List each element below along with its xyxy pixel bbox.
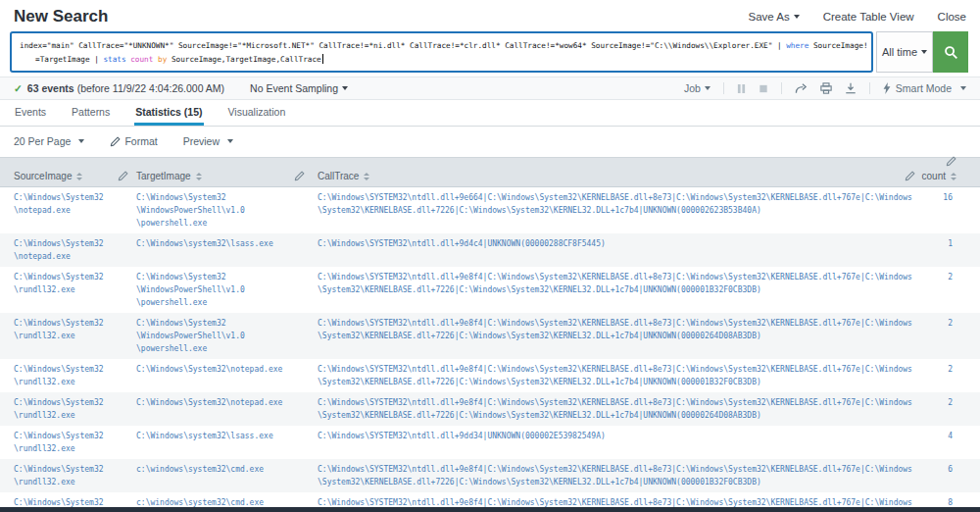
- cell-count[interactable]: 16: [915, 191, 956, 204]
- cell-call-trace[interactable]: C:\Windows\SYSTEM32\ntdll.dll+9d4c4|UNKN…: [318, 237, 915, 250]
- cell-target-image[interactable]: C:\Windows\system32\lsass.exe: [136, 237, 288, 250]
- results-toolbar: 20 Per Page Format Preview: [0, 127, 980, 157]
- search-button[interactable]: [933, 31, 968, 73]
- table-row: C:\Windows\System32\rundll32.exe C:\Wind…: [0, 426, 980, 459]
- share-icon: [795, 82, 808, 94]
- cell-target-image[interactable]: C:\Windows\System32\WindowsPowerShell\v1…: [136, 191, 288, 230]
- cell-source-image[interactable]: C:\Windows\System32\rundll32.exe: [14, 396, 112, 422]
- table-row: C:\Windows\System32\notepad.exe C:\Windo…: [0, 187, 980, 233]
- pause-button[interactable]: [737, 83, 746, 94]
- cell-call-trace[interactable]: C:\Windows\SYSTEM32\ntdll.dll+9e8f4|C:\W…: [318, 271, 915, 296]
- lightning-bolt-icon: [883, 82, 891, 94]
- cell-source-image[interactable]: C:\Windows\System32\rundll32.exe: [14, 463, 112, 488]
- pencil-icon[interactable]: [946, 156, 956, 167]
- page-title: New Search: [14, 7, 108, 26]
- pencil-icon: [110, 136, 121, 147]
- cell-count[interactable]: 6: [915, 463, 956, 476]
- sort-icon: [76, 173, 82, 180]
- caret-down-icon: [227, 139, 233, 143]
- table-row: C:\Windows\System32\rundll32.exe C:\Wind…: [0, 313, 980, 359]
- time-range-picker[interactable]: All time: [876, 31, 933, 73]
- tab-visualization[interactable]: Visualization: [227, 106, 287, 126]
- page-header: New Search Save As Create Table View Clo…: [0, 0, 980, 31]
- caret-down-icon: [342, 86, 348, 90]
- horizontal-scrollbar[interactable]: [0, 507, 980, 512]
- table-row: C:\Windows\System32\notepad.exe C:\Windo…: [0, 233, 980, 267]
- cell-source-image[interactable]: C:\Windows\System32\notepad.exe: [14, 191, 112, 217]
- cell-count[interactable]: 2: [915, 396, 956, 409]
- search-query-line-1: index="main" CallTrace="*UNKNOWN*" Sourc…: [20, 39, 867, 53]
- cell-call-trace[interactable]: C:\Windows\SYSTEM32\ntdll.dll+9e664|C:\W…: [318, 191, 915, 217]
- cell-count[interactable]: 2: [915, 271, 956, 283]
- search-query-input[interactable]: index="main" CallTrace="*UNKNOWN*" Sourc…: [10, 31, 873, 73]
- job-status-bar: ✓ 63 events (before 11/9/22 4:04:26.000 …: [0, 77, 980, 100]
- cell-count[interactable]: 4: [915, 430, 956, 442]
- column-header-call-trace[interactable]: CallTrace: [318, 171, 369, 181]
- cell-target-image[interactable]: C:\Windows\system32\lsass.exe: [136, 430, 288, 442]
- table-body: C:\Windows\System32\notepad.exe C:\Windo…: [0, 187, 980, 512]
- event-count: 63 events: [27, 82, 74, 94]
- export-button[interactable]: [845, 82, 857, 94]
- cell-source-image[interactable]: C:\Windows\System32\notepad.exe: [14, 237, 112, 263]
- divider: [869, 82, 870, 94]
- print-icon: [820, 82, 832, 94]
- pencil-icon[interactable]: [905, 171, 915, 181]
- search-icon: [944, 45, 958, 60]
- cell-target-image[interactable]: C:\Windows\System32\notepad.exe: [136, 396, 288, 409]
- cell-target-image[interactable]: C:\Windows\System32\WindowsPowerShell\v1…: [136, 317, 288, 355]
- pencil-icon[interactable]: [294, 171, 305, 181]
- cell-call-trace[interactable]: C:\Windows\SYSTEM32\ntdll.dll+9e8f4|C:\W…: [318, 396, 915, 422]
- column-header-count[interactable]: count: [922, 171, 956, 181]
- cell-count[interactable]: 2: [915, 317, 956, 330]
- save-as-button[interactable]: Save As: [748, 11, 799, 23]
- table-row: C:\Windows\System32\rundll32.exe C:\Wind…: [0, 392, 980, 426]
- cell-target-image[interactable]: C:\Windows\System32\WindowsPowerShell\v1…: [136, 271, 288, 309]
- event-sampling-dropdown[interactable]: No Event Sampling: [250, 82, 348, 94]
- close-button[interactable]: Close: [938, 11, 966, 23]
- tab-events[interactable]: Events: [14, 106, 47, 126]
- tab-statistics[interactable]: Statistics (15): [134, 106, 203, 126]
- preview-dropdown[interactable]: Preview: [183, 135, 233, 147]
- search-bar: index="main" CallTrace="*UNKNOWN*" Sourc…: [10, 31, 968, 73]
- caret-down-icon: [78, 139, 84, 143]
- caret-down-icon: [794, 15, 800, 19]
- cell-source-image[interactable]: C:\Windows\System32\rundll32.exe: [14, 430, 112, 455]
- cell-count[interactable]: 2: [915, 363, 956, 376]
- export-icon: [845, 82, 857, 94]
- column-header-source-image[interactable]: SourceImage: [14, 171, 82, 181]
- cell-call-trace[interactable]: C:\Windows\SYSTEM32\ntdll.dll+9e8f4|C:\W…: [318, 317, 915, 342]
- success-check-icon: ✓: [14, 82, 23, 94]
- stop-icon: [759, 83, 768, 94]
- cell-target-image[interactable]: c:\windows\system32\cmd.exe: [136, 463, 288, 476]
- divider: [781, 82, 782, 94]
- create-table-view-button[interactable]: Create Table View: [823, 11, 914, 23]
- cell-call-trace[interactable]: C:\Windows\SYSTEM32\ntdll.dll+9e8f4|C:\W…: [318, 363, 915, 388]
- cell-source-image[interactable]: C:\Windows\System32\rundll32.exe: [14, 317, 112, 342]
- pencil-icon[interactable]: [118, 171, 128, 181]
- caret-down-icon: [705, 86, 710, 90]
- caret-down-icon: [921, 50, 927, 54]
- column-header-target-image[interactable]: TargetImage: [136, 171, 202, 181]
- results-tabs: Events Patterns Statistics (15) Visualiz…: [0, 100, 980, 127]
- sort-icon: [364, 173, 369, 180]
- pause-icon: [737, 83, 746, 94]
- cell-count[interactable]: 1: [915, 237, 956, 250]
- search-query-line-2: =TargetImage | stats count by SourceImag…: [20, 53, 867, 67]
- sort-icon: [951, 173, 956, 180]
- cell-source-image[interactable]: C:\Windows\System32\rundll32.exe: [14, 363, 112, 388]
- format-button[interactable]: Format: [110, 135, 157, 147]
- search-mode-dropdown[interactable]: Smart Mode: [883, 82, 966, 94]
- cell-source-image[interactable]: C:\Windows\System32\rundll32.exe: [14, 271, 112, 296]
- table-row: C:\Windows\System32\rundll32.exe C:\Wind…: [0, 359, 980, 392]
- cell-target-image[interactable]: C:\Windows\System32\notepad.exe: [136, 363, 288, 376]
- share-button[interactable]: [795, 82, 808, 94]
- per-page-dropdown[interactable]: 20 Per Page: [14, 135, 84, 147]
- print-button[interactable]: [820, 82, 832, 94]
- cell-call-trace[interactable]: C:\Windows\SYSTEM32\ntdll.dll+9dd34|UNKN…: [318, 430, 915, 442]
- table-header: SourceImage TargetImage CallTrace count: [0, 157, 980, 187]
- cell-call-trace[interactable]: C:\Windows\SYSTEM32\ntdll.dll+9e8f4|C:\W…: [318, 463, 915, 488]
- job-menu[interactable]: Job: [684, 82, 710, 94]
- event-window: (before 11/9/22 4:04:26.000 AM): [77, 82, 224, 94]
- tab-patterns[interactable]: Patterns: [71, 106, 111, 126]
- stop-button[interactable]: [759, 83, 768, 94]
